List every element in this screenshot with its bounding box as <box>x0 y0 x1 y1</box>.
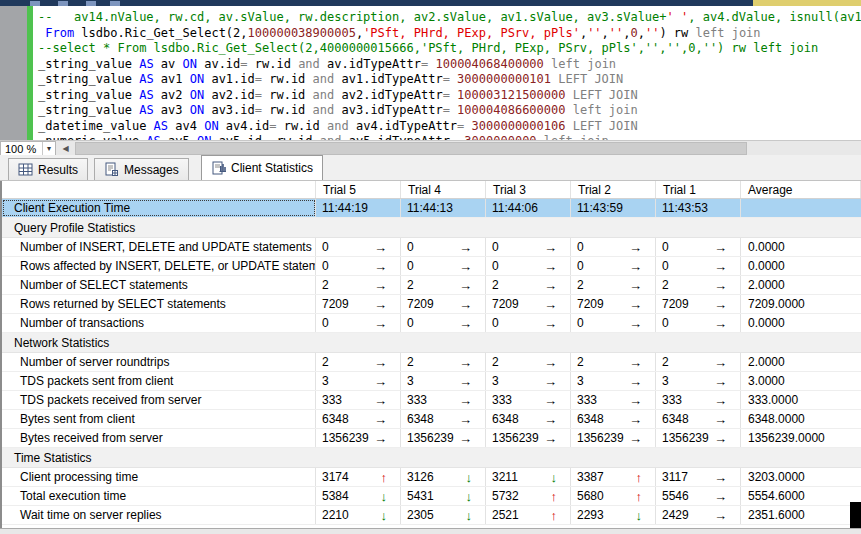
trial-value-cell: 3211↓ <box>486 468 571 486</box>
trial-value-cell: 2210↓ <box>316 506 401 524</box>
stat-row[interactable]: Total execution time5384↓5431↓5732↑5680↑… <box>2 487 861 506</box>
section-label: Query Profile Statistics <box>2 221 135 235</box>
stat-row[interactable]: Number of SELECT statements2→2→2→2→2→2.0… <box>2 276 861 295</box>
trial-value-cell: 6348→ <box>401 410 486 428</box>
trial-value: 11:44:06 <box>492 201 538 215</box>
average-value-cell: 3203.0000 <box>741 468 861 486</box>
trend-same-icon: → <box>629 432 642 445</box>
stat-row[interactable]: Number of transactions0→0→0→0→0→0.0000 <box>2 314 861 333</box>
trial-value-cell: 0→ <box>571 314 656 332</box>
code-line: _string_value AS av3 ON av3.id= rw.id an… <box>38 103 861 119</box>
trial-value-cell: 5732↑ <box>486 487 571 505</box>
trial-value: 1356239 <box>662 431 709 445</box>
stat-row[interactable]: Bytes sent from client6348→6348→6348→634… <box>2 410 861 429</box>
trial-value-cell: 5546→ <box>656 487 741 505</box>
trend-same-icon: → <box>714 471 727 484</box>
trend-up-icon: ↑ <box>551 490 558 503</box>
header-trial-4[interactable]: Trial 4 <box>401 181 486 198</box>
stat-row[interactable]: Number of server roundtrips2→2→2→2→2→2.0… <box>2 353 861 372</box>
trial-value: 3387 <box>577 470 604 484</box>
stat-row-label: Rows affected by INSERT, DELETE, or UPDA… <box>2 257 316 275</box>
stat-row-label: TDS packets received from server <box>2 391 316 409</box>
trial-value: 11:43:53 <box>662 201 708 215</box>
trial-value-cell: 0→ <box>486 314 571 332</box>
section-header-row[interactable]: Query Profile Statistics <box>2 218 861 238</box>
trial-value: 2521 <box>492 508 519 522</box>
trend-same-icon: → <box>459 260 472 273</box>
stat-row[interactable]: Bytes received from server1356239→135623… <box>2 429 861 448</box>
trial-value-cell: 11:43:59 <box>571 199 656 217</box>
stat-row[interactable]: Rows returned by SELECT statements7209→7… <box>2 295 861 314</box>
trial-value: 6348 <box>577 412 604 426</box>
trend-same-icon: → <box>544 317 557 330</box>
stat-row-label: Number of transactions <box>2 314 316 332</box>
trial-value-cell: 2→ <box>401 353 486 371</box>
editor-zoom-control[interactable]: 100 % ▾ <box>0 141 56 156</box>
header-trial-5[interactable]: Trial 5 <box>316 181 401 198</box>
trend-up-icon: ↑ <box>636 490 643 503</box>
stat-row-label: Client Execution Time <box>2 199 316 217</box>
stat-row[interactable]: Client processing time3174↑3126↓3211↓338… <box>2 468 861 487</box>
trend-same-icon: → <box>374 432 387 445</box>
editor-selection-margin[interactable] <box>0 6 27 140</box>
trial-value: 6348 <box>492 412 519 426</box>
code-lines[interactable]: -- av14.nValue, rw.cd, av.sValue, rw.des… <box>33 6 861 140</box>
trial-value-cell: 0→ <box>656 314 741 332</box>
trial-value-cell: 7209→ <box>316 295 401 313</box>
stat-row-label: Number of SELECT statements <box>2 276 316 294</box>
tab-messages[interactable]: Messages <box>94 158 189 180</box>
average-value-cell: 2.0000 <box>741 276 861 294</box>
stat-row-label: Wait time on server replies <box>2 506 316 524</box>
header-trial-2[interactable]: Trial 2 <box>571 181 656 198</box>
trial-value: 6348 <box>407 412 434 426</box>
header-trial-3[interactable]: Trial 3 <box>486 181 571 198</box>
section-header-row[interactable]: Time Statistics <box>2 448 861 468</box>
trend-down-icon: ↓ <box>381 490 388 503</box>
trial-value: 7209 <box>577 297 604 311</box>
trial-value: 3211 <box>492 470 518 484</box>
section-header-row[interactable]: Network Statistics <box>2 333 861 353</box>
stat-row-label: Bytes received from server <box>2 429 316 447</box>
trial-value: 2210 <box>322 508 349 522</box>
average-value-cell: 333.0000 <box>741 391 861 409</box>
stat-row-label: Number of server roundtrips <box>2 353 316 371</box>
trial-value-cell: 2→ <box>486 353 571 371</box>
trial-value: 333 <box>407 393 427 407</box>
average-value-cell: 1356239.0000 <box>741 429 861 447</box>
horizontal-scrollbar-thumb[interactable] <box>75 142 747 155</box>
stat-row[interactable]: Number of INSERT, DELETE and UPDATE stat… <box>2 238 861 257</box>
trial-value-cell: 11:44:06 <box>486 199 571 217</box>
trial-value: 2305 <box>407 508 434 522</box>
chevron-down-icon[interactable]: ▾ <box>42 142 55 155</box>
trend-same-icon: → <box>544 413 557 426</box>
trial-value-cell: 3174↑ <box>316 468 401 486</box>
trial-value-cell: 3→ <box>571 372 656 390</box>
trend-same-icon: → <box>714 375 727 388</box>
header-average[interactable]: Average <box>741 181 861 198</box>
stat-row[interactable]: TDS packets sent from client3→3→3→3→3→3.… <box>2 372 861 391</box>
tab-results[interactable]: Results <box>8 158 88 180</box>
trend-same-icon: → <box>714 509 727 522</box>
tab-client-statistics[interactable]: Client Statistics <box>201 155 323 180</box>
average-value-cell: 0.0000 <box>741 238 861 256</box>
code-line: -- av14.nValue, rw.cd, av.sValue, rw.des… <box>38 10 861 26</box>
stat-row[interactable]: TDS packets received from server333→333→… <box>2 391 861 410</box>
trial-value: 11:44:13 <box>407 201 453 215</box>
trial-value-cell: 0→ <box>486 238 571 256</box>
trend-same-icon: → <box>544 279 557 292</box>
scroll-left-button[interactable]: ◀ <box>58 141 73 156</box>
stat-row[interactable]: Wait time on server replies2210↓2305↓252… <box>2 506 861 525</box>
trial-value: 7209 <box>492 297 519 311</box>
trial-value-cell: 2→ <box>486 276 571 294</box>
horizontal-scrollbar[interactable] <box>73 141 861 156</box>
trial-value: 2429 <box>662 508 689 522</box>
trend-same-icon: → <box>629 260 642 273</box>
selected-stat-row[interactable]: Client Execution Time11:44:1911:44:1311:… <box>2 199 861 218</box>
trial-value: 3174 <box>322 470 349 484</box>
trial-value: 3 <box>322 374 329 388</box>
trend-same-icon: → <box>374 298 387 311</box>
header-trial-1[interactable]: Trial 1 <box>656 181 741 198</box>
trend-same-icon: → <box>629 241 642 254</box>
tab-label: Client Statistics <box>231 161 313 175</box>
stat-row[interactable]: Rows affected by INSERT, DELETE, or UPDA… <box>2 257 861 276</box>
